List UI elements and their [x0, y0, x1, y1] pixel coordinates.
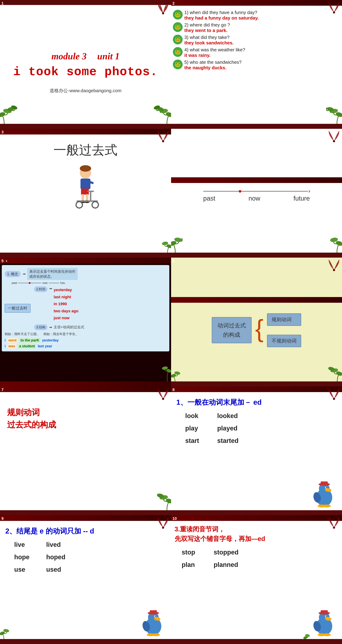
qa-text-4: 4) what was the weather like? it was rai… [184, 47, 338, 58]
concept-line2: 或存在的状态。 [29, 274, 76, 279]
slide7-bottom-bar [0, 510, 171, 515]
fan-decoration-2 [327, 0, 341, 14]
slide10-top-bar [171, 515, 342, 521]
struct-arrow: ➡ [49, 325, 52, 329]
mini-future: futu [60, 282, 65, 284]
svg-rect-19 [82, 194, 84, 201]
mini-past: past [12, 282, 17, 284]
word-row-live: live lived [14, 541, 157, 548]
question-2: 2) where did they go ? [184, 22, 338, 28]
qa-row-4: 🐸 4) what was the weather like? it was r… [173, 47, 338, 58]
sent2-student: a student [18, 344, 36, 348]
time-badge: 2.时间 [34, 286, 48, 292]
sent2-i: i [4, 344, 6, 348]
answer-2: they went to a park. [184, 28, 338, 33]
word-row-hope: hope hoped [14, 554, 157, 561]
svg-point-69 [152, 633, 160, 636]
website-text: 道格办公-www.daogebangong.com [50, 88, 122, 94]
word-row-plan: plan planned [182, 561, 332, 568]
svg-point-25 [92, 202, 98, 208]
concept-line1: 表示过去某个时间发生的动作 [29, 269, 76, 274]
time-section: 一般过去时 2.时间 ➡ yesterday last night in 199… [4, 286, 166, 330]
word-started: started [217, 437, 238, 444]
timeline-line-container [203, 190, 310, 192]
slide9-top-bar [0, 515, 171, 521]
time-and-struct: 2.时间 ➡ yesterday last night in 1990 two … [34, 286, 84, 330]
word-row-play: play played [185, 424, 328, 432]
slide-number: 7 [2, 388, 4, 392]
svg-point-24 [76, 202, 82, 208]
slide8-bottom-bar [171, 510, 342, 515]
rule-item-2: 不规则动词 [267, 335, 301, 347]
slide10-bottom-bar [171, 639, 342, 644]
sent1-went: went [8, 338, 18, 343]
floral-decoration-br [150, 93, 171, 129]
fan-decoration-9 [156, 515, 170, 530]
slide-number: 2 [172, 1, 175, 6]
slide8-rule-title: 1、一般在动词末尾加－ ed [176, 398, 337, 407]
answer-4: it was rainy. [184, 52, 338, 58]
svg-rect-20 [86, 194, 88, 201]
frog-icon-4: 🐸 [173, 47, 183, 57]
floral-decoration-2 [319, 93, 342, 129]
struct-badge: 3.结构 [34, 324, 48, 330]
slide6-top-bar [171, 297, 342, 303]
slide2-top-bar [171, 0, 342, 6]
slide1-main-title: i took some photos. [13, 65, 158, 79]
frog-icon-1: 🐸 [173, 10, 183, 20]
time-row: 2.时间 ➡ yesterday last night in 1990 two … [34, 286, 84, 322]
slide-number: 10 [172, 516, 177, 521]
sent2-was: was [8, 344, 16, 348]
slide10-rule-title: 3.重读闭音节词， 先双写这个辅音字母，再加—ed [175, 524, 338, 544]
slide-number: 8 [172, 388, 175, 392]
time-word-4: two days ago [54, 308, 78, 315]
general-past-box: 一般过去时 [4, 304, 30, 313]
slide8-top-bar [171, 386, 342, 392]
word-planned: planned [214, 561, 238, 568]
slide5-bottom-bar [0, 382, 171, 386]
qa-text-1: 1) when did they have a funny day? they … [184, 10, 338, 21]
floral-decoration-4l [171, 222, 192, 258]
concept-arrow: ➡ [23, 272, 26, 276]
boy-scooter-figure [66, 162, 105, 212]
mini-line1 [18, 283, 29, 283]
word-row-start: start started [185, 437, 328, 444]
svg-rect-52 [321, 482, 328, 485]
brace: { [255, 317, 264, 340]
rule-item-1: 规则动词 [267, 314, 301, 326]
svg-point-59 [162, 526, 164, 529]
slide-1: 1 module 3 unit 1 i took some photos. 道格… [0, 0, 171, 129]
slide1-top-bar [0, 0, 171, 5]
floral-decoration-5 [153, 355, 171, 382]
word-row-look: look looked [185, 412, 328, 420]
duck-figure-10 [312, 608, 337, 637]
duck-figure-9 [141, 608, 166, 637]
slide-number: 5 [2, 259, 4, 263]
svg-rect-26 [90, 190, 91, 201]
svg-rect-16 [80, 178, 90, 189]
mini-timeline: past now futu [12, 282, 159, 284]
mini-dot [29, 282, 30, 284]
svg-point-58 [323, 504, 331, 508]
svg-point-72 [333, 526, 335, 529]
slide5-top-bar [0, 258, 171, 263]
frog-icon-2: 🐸 [173, 22, 183, 32]
sent2: i was a student last year . [4, 344, 166, 348]
answer-1: they had a funny day on saturday. [184, 15, 338, 21]
svg-point-9 [333, 11, 335, 14]
svg-rect-76 [321, 610, 328, 614]
time-word-3: in 1990 [54, 300, 78, 308]
concept-badge: 1. 概念 [4, 271, 20, 277]
timeline-container: past now future [203, 190, 310, 202]
slide-number: 3 [2, 130, 4, 134]
slide3-top-bar [0, 129, 171, 134]
label-past: past [203, 195, 215, 202]
duck-figure-8 [312, 480, 337, 508]
sent1-i: i [4, 338, 6, 342]
fan-decoration-tr [156, 1, 170, 15]
svg-point-31 [333, 140, 335, 142]
question-4: 4) what was the weather like? [184, 47, 338, 52]
frog-icon-5: 🐸 [173, 60, 183, 69]
sent1: i went to the parK yesterday . [4, 338, 166, 343]
fan-decoration-10 [327, 515, 341, 530]
